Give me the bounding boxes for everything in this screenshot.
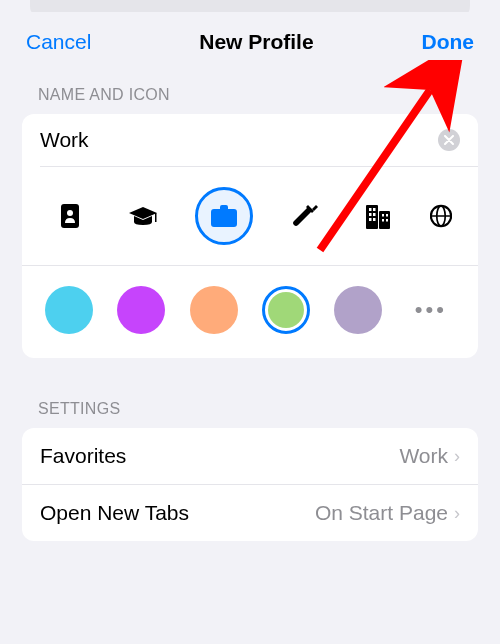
- color-picker-row: •••: [22, 272, 478, 358]
- graduation-cap-icon[interactable]: [121, 194, 165, 238]
- svg-rect-6: [373, 208, 376, 211]
- favorites-value: Work ›: [399, 444, 460, 468]
- page-title: New Profile: [199, 30, 313, 54]
- svg-rect-7: [369, 213, 372, 216]
- svg-rect-14: [386, 219, 388, 222]
- profile-name-input[interactable]: [40, 128, 438, 152]
- color-magenta[interactable]: [117, 286, 165, 334]
- open-new-tabs-label: Open New Tabs: [40, 501, 189, 525]
- section-header-settings: Settings: [8, 392, 492, 428]
- profile-name-row: [22, 114, 478, 166]
- nav-bar: Cancel New Profile Done: [8, 12, 492, 78]
- svg-point-1: [67, 210, 73, 216]
- svg-rect-9: [369, 218, 372, 221]
- settings-group: Favorites Work › Open New Tabs On Start …: [22, 428, 478, 541]
- svg-rect-10: [373, 218, 376, 221]
- done-button[interactable]: Done: [422, 30, 475, 54]
- favorites-row[interactable]: Favorites Work ›: [22, 428, 478, 484]
- svg-rect-12: [386, 214, 388, 217]
- open-new-tabs-row[interactable]: Open New Tabs On Start Page ›: [22, 484, 478, 541]
- svg-rect-11: [382, 214, 384, 217]
- favorites-label: Favorites: [40, 444, 126, 468]
- color-purple[interactable]: [334, 286, 382, 334]
- svg-rect-4: [379, 211, 390, 229]
- more-colors-button[interactable]: •••: [407, 286, 455, 334]
- building-icon[interactable]: [356, 194, 400, 238]
- svg-rect-2: [155, 213, 157, 222]
- briefcase-icon[interactable]: [195, 187, 253, 245]
- color-cyan[interactable]: [45, 286, 93, 334]
- chevron-right-icon: ›: [454, 446, 460, 467]
- id-card-icon[interactable]: [48, 194, 92, 238]
- new-profile-sheet: Cancel New Profile Done Name and Icon: [8, 12, 492, 644]
- chevron-right-icon: ›: [454, 503, 460, 524]
- clear-input-button[interactable]: [438, 129, 460, 151]
- svg-rect-5: [369, 208, 372, 211]
- svg-rect-8: [373, 213, 376, 216]
- svg-rect-3: [366, 205, 378, 229]
- globe-icon[interactable]: [430, 194, 452, 238]
- name-icon-group: •••: [22, 114, 478, 358]
- cancel-button[interactable]: Cancel: [26, 30, 91, 54]
- icon-picker-row: [22, 167, 478, 266]
- open-new-tabs-value: On Start Page ›: [315, 501, 460, 525]
- section-header-name-icon: Name and Icon: [8, 78, 492, 114]
- hammer-icon[interactable]: [283, 194, 327, 238]
- svg-rect-13: [382, 219, 384, 222]
- color-green[interactable]: [262, 286, 310, 334]
- color-orange[interactable]: [190, 286, 238, 334]
